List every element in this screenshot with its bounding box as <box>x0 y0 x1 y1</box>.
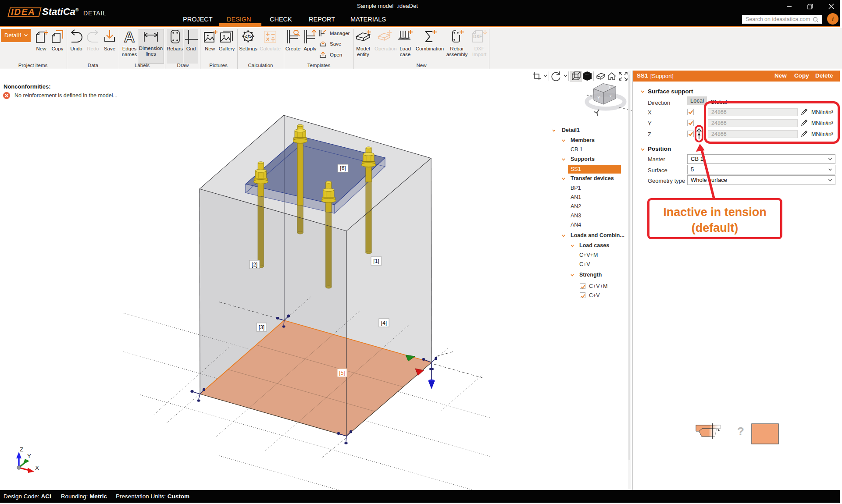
svg-text:[2]: [2] <box>252 262 257 268</box>
svg-text:A: A <box>124 29 135 45</box>
svg-text:DXF: DXF <box>473 34 482 39</box>
svg-text:</>: </> <box>244 34 252 40</box>
svg-text:[1]: [1] <box>373 258 379 264</box>
svg-text:X: X <box>35 465 39 471</box>
svg-text:[6]: [6] <box>340 165 346 171</box>
svg-text:Y: Y <box>597 96 600 100</box>
svg-text:[3]: [3] <box>259 324 264 330</box>
svg-text:[4]: [4] <box>381 320 387 326</box>
svg-text:Y: Y <box>27 453 31 459</box>
svg-text:z: z <box>608 85 611 89</box>
svg-text:Z: Z <box>20 446 23 453</box>
svg-text:x: x <box>610 94 612 98</box>
svg-text:[5]: [5] <box>339 370 345 376</box>
svg-text:?: ? <box>737 425 744 438</box>
